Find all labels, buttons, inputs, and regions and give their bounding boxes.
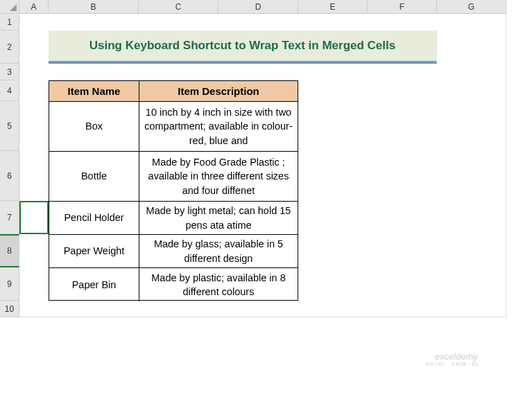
- select-all-corner[interactable]: [0, 0, 19, 14]
- cell-desc-1[interactable]: Made by Food Grade Plastic ; available i…: [139, 152, 298, 202]
- cell-desc-3[interactable]: Made by glass; available in 5 different …: [139, 235, 298, 268]
- col-header-C[interactable]: C: [139, 0, 218, 14]
- watermark-sub: EXCEL · DATA · BI: [426, 362, 478, 368]
- row-header-5[interactable]: 5: [0, 101, 19, 151]
- col-header-B[interactable]: B: [49, 0, 139, 14]
- spreadsheet-grid: A B C D E F G 1 2 3 4 5 6 7 8 9 10 Using…: [0, 0, 532, 317]
- cell-name-4[interactable]: Paper Bin: [49, 268, 139, 301]
- cell-desc-0[interactable]: 10 inch by 4 inch in size with two compa…: [139, 102, 298, 152]
- header-item-name[interactable]: Item Name: [49, 81, 139, 102]
- col-header-F[interactable]: F: [368, 0, 437, 14]
- col-header-A[interactable]: A: [19, 0, 49, 14]
- page-title: Using Keyboard Shortcut to Wrap Text in …: [89, 39, 395, 53]
- col-header-E[interactable]: E: [298, 0, 368, 14]
- row-header-2[interactable]: 2: [0, 30, 19, 64]
- cell-desc-2[interactable]: Made by light metal; can hold 15 pens at…: [139, 202, 298, 235]
- watermark-main: exceldemy: [426, 352, 478, 362]
- cell-name-2[interactable]: Pencil Holder: [49, 202, 139, 235]
- row-header-8[interactable]: 8: [0, 234, 19, 267]
- header-item-desc[interactable]: Item Description: [139, 81, 298, 102]
- row-header-4[interactable]: 4: [0, 80, 19, 101]
- col-header-D[interactable]: D: [218, 0, 298, 14]
- row-header-3[interactable]: 3: [0, 64, 19, 80]
- cell-name-0[interactable]: Box: [49, 102, 139, 152]
- row-header-6[interactable]: 6: [0, 151, 19, 201]
- row-header-10[interactable]: 10: [0, 301, 19, 317]
- cell-desc-4[interactable]: Made by plastic; available in 8 differen…: [139, 268, 298, 301]
- data-table: Item Name Item Description Box 10 inch b…: [49, 80, 298, 301]
- cell-name-1[interactable]: Bottle: [49, 152, 139, 202]
- row-header-1[interactable]: 1: [0, 14, 19, 30]
- row-header-7[interactable]: 7: [0, 201, 19, 234]
- cell-name-3[interactable]: Paper Weight: [49, 235, 139, 268]
- title-cell[interactable]: Using Keyboard Shortcut to Wrap Text in …: [49, 30, 437, 64]
- col-header-G[interactable]: G: [437, 0, 506, 14]
- watermark: exceldemy EXCEL · DATA · BI: [426, 352, 478, 368]
- row-header-9[interactable]: 9: [0, 267, 19, 301]
